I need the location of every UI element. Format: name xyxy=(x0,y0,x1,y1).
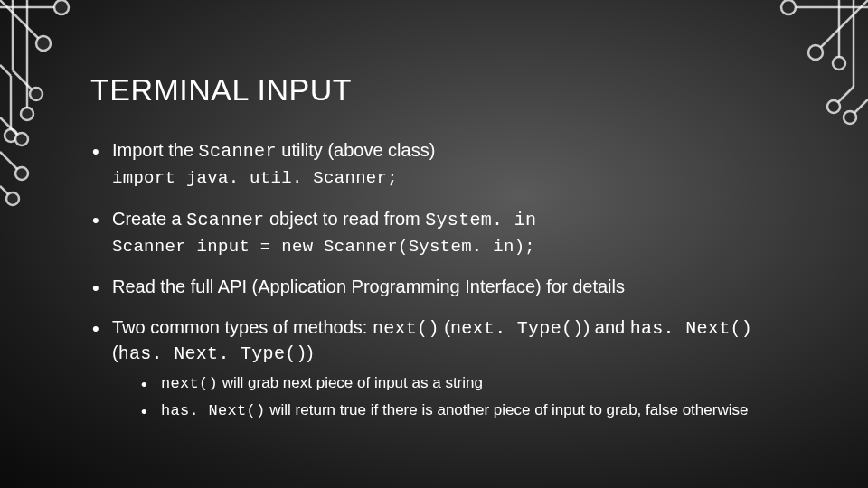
svg-point-11 xyxy=(5,129,17,142)
text: Two common types of methods: xyxy=(112,317,373,337)
code: next. Type() xyxy=(450,318,584,339)
code: has. Next() xyxy=(630,318,752,339)
code: has. Next() xyxy=(161,402,266,419)
svg-point-24 xyxy=(827,100,840,113)
sub-bullet-list: next() will grab next piece of input as … xyxy=(112,373,787,422)
slide-title: TERMINAL INPUT xyxy=(90,72,787,108)
text: object to read from xyxy=(264,209,425,229)
svg-point-8 xyxy=(21,108,33,120)
bullet-4: Two common types of methods: next() (nex… xyxy=(90,315,787,422)
text: ) xyxy=(307,343,314,362)
svg-point-28 xyxy=(844,111,856,124)
text: ) and xyxy=(584,317,630,337)
text: utility (above class) xyxy=(277,140,436,160)
svg-line-23 xyxy=(834,87,854,107)
svg-point-21 xyxy=(808,45,823,60)
text: will return true if there is another pie… xyxy=(266,401,749,418)
code: Scanner xyxy=(199,141,277,162)
svg-line-9 xyxy=(0,65,11,76)
svg-point-26 xyxy=(833,57,845,70)
bullet-2: Create a Scanner object to read from Sys… xyxy=(90,207,787,259)
svg-line-12 xyxy=(0,117,22,139)
svg-point-3 xyxy=(36,36,51,51)
text: Create a xyxy=(112,209,186,229)
svg-line-14 xyxy=(0,152,22,174)
bullet-3: Read the full API (Application Programmi… xyxy=(90,275,787,299)
sub-bullet-1: next() will grab next piece of input as … xyxy=(141,373,787,395)
text: Import the xyxy=(112,140,199,160)
svg-point-6 xyxy=(30,88,42,100)
code: System. in xyxy=(425,210,536,230)
text: Read the full API (Application Programmi… xyxy=(112,277,625,296)
svg-point-17 xyxy=(6,192,19,205)
svg-line-27 xyxy=(850,99,868,117)
sub-bullet-2: has. Next() will return true if there is… xyxy=(141,400,787,422)
svg-point-1 xyxy=(54,0,69,14)
svg-line-20 xyxy=(816,0,868,52)
code: next() xyxy=(161,375,218,392)
svg-point-19 xyxy=(781,0,796,14)
text: will grab next piece of input as a strin… xyxy=(218,374,483,391)
code-line: Scanner input = new Scanner(System. in); xyxy=(112,236,787,259)
svg-point-15 xyxy=(15,167,28,180)
code: next() xyxy=(373,318,439,339)
code-line: import java. util. Scanner; xyxy=(112,167,787,191)
bullet-list: Import the Scanner utility (above class)… xyxy=(90,138,787,422)
svg-line-5 xyxy=(13,70,36,94)
slide: TERMINAL INPUT Import the Scanner utilit… xyxy=(0,0,868,488)
svg-point-13 xyxy=(15,133,28,145)
svg-line-16 xyxy=(0,186,13,199)
text: ( xyxy=(439,317,450,337)
code: has. Next. Type() xyxy=(118,343,307,364)
code: Scanner xyxy=(186,210,264,230)
text: ( xyxy=(112,343,118,362)
bullet-1: Import the Scanner utility (above class)… xyxy=(90,138,787,191)
svg-line-2 xyxy=(0,0,43,43)
